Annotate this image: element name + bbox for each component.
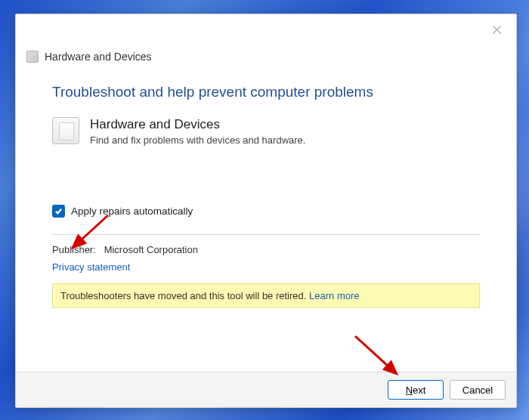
next-button-rest: ext — [413, 384, 425, 396]
dialog-content: Troubleshoot and help prevent computer p… — [16, 70, 516, 372]
apply-repairs-checkbox[interactable] — [52, 205, 65, 218]
apply-repairs-row: Apply repairs automatically — [52, 205, 480, 218]
page-heading: Troubleshoot and help prevent computer p… — [52, 84, 480, 100]
close-button[interactable] — [484, 20, 509, 39]
close-icon — [492, 25, 502, 35]
divider — [52, 234, 480, 235]
privacy-statement-link[interactable]: Privacy statement — [52, 261, 130, 273]
dialog-footer: Next Cancel — [16, 372, 516, 407]
checkmark-icon — [54, 207, 63, 215]
learn-more-link[interactable]: Learn more — [309, 290, 359, 301]
troubleshooter-entry: Hardware and Devices Find and fix proble… — [52, 117, 480, 146]
window-title: Hardware and Devices — [45, 51, 152, 63]
notice-text: Troubleshooters have moved and this tool… — [60, 290, 309, 301]
troubleshooter-dialog: Hardware and Devices Troubleshoot and he… — [15, 14, 517, 408]
next-button[interactable]: Next — [388, 380, 444, 400]
apply-repairs-label: Apply repairs automatically — [71, 205, 193, 217]
troubleshooter-title: Hardware and Devices — [90, 117, 305, 132]
cancel-button[interactable]: Cancel — [450, 380, 506, 400]
window-header: Hardware and Devices — [16, 45, 516, 70]
troubleshooter-description: Find and fix problems with devices and h… — [90, 134, 305, 146]
publisher-row: Publisher: Microsoft Corporation — [52, 244, 480, 255]
titlebar — [16, 14, 516, 45]
hardware-large-icon — [52, 117, 79, 144]
hardware-small-icon — [26, 51, 39, 63]
publisher-label: Publisher: — [52, 244, 96, 255]
deprecation-notice: Troubleshooters have moved and this tool… — [52, 283, 480, 308]
publisher-value: Microsoft Corporation — [104, 244, 198, 255]
troubleshooter-text: Hardware and Devices Find and fix proble… — [90, 117, 305, 146]
